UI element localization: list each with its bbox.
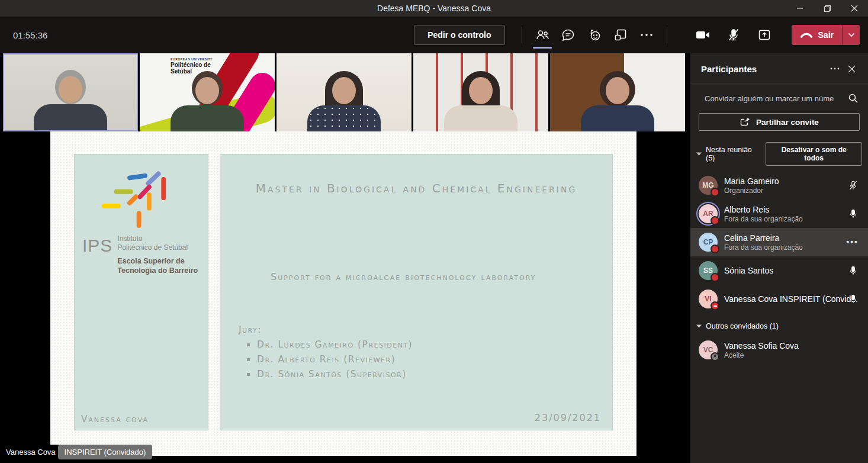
meeting-timer: 01:55:36 <box>13 30 47 40</box>
participants-panel: Participantes Partilhar convite <box>690 53 868 463</box>
share-invite-label: Partilhar convite <box>756 118 819 127</box>
participant-mic-on[interactable] <box>848 208 859 220</box>
raise-hand-reaction-icon <box>587 28 602 41</box>
chevron-down-icon <box>848 33 855 37</box>
maximize-button[interactable] <box>814 0 841 17</box>
toolbar-center: Pedir o controlo <box>414 22 674 47</box>
ips-logo-text: IPS Instituto Politécnico de Setúbal Esc… <box>74 234 208 275</box>
participant-subtitle: Fora da sua organização <box>724 243 803 252</box>
slide-author: Vanessa cova <box>81 414 149 425</box>
toolbar-divider <box>667 27 667 43</box>
toolbar-right: Sair <box>690 22 860 47</box>
avatar: VI <box>699 290 718 308</box>
leave-options-button[interactable] <box>842 25 860 45</box>
participants-panel-header: Participantes <box>690 53 868 83</box>
presence-busy-badge <box>711 216 719 225</box>
participant-more-button[interactable]: ••• <box>846 237 859 247</box>
participant-video-silhouette <box>160 70 255 131</box>
participant-video-silhouette <box>23 69 118 130</box>
bullet-square <box>247 373 250 376</box>
close-icon <box>848 65 856 73</box>
bullet-square <box>247 343 250 346</box>
participant-row[interactable]: VC Vanessa Sofia Cova Aceite <box>690 336 868 364</box>
presenter-name-overlay: Vanessa Cova INSPIREIT (Convidado) <box>0 445 152 459</box>
window-controls <box>786 0 868 17</box>
jury-member: Dr. Alberto Reis (Reviewer) <box>257 354 396 365</box>
slide-date: 23/09/2021 <box>535 412 601 423</box>
slide-left-panel: IPS Instituto Politécnico de Setúbal Esc… <box>74 154 208 430</box>
meeting-stage: EUROPEAN UNIVERSITY Politécnico de Setúb… <box>0 53 690 463</box>
jury-member: Dr. Lurdes Gameiro (President) <box>257 339 413 350</box>
invite-row <box>690 83 868 108</box>
presenter-name: Vanessa Cova <box>0 445 59 459</box>
share-screen-button[interactable] <box>751 22 777 47</box>
ips-acronym: IPS <box>82 237 112 255</box>
ips-logo-icon <box>99 163 176 233</box>
people-icon <box>535 28 549 41</box>
more-icon: ••• <box>846 237 859 247</box>
participants-toggle-button[interactable] <box>529 22 555 47</box>
participant-mic-on[interactable] <box>848 293 859 305</box>
invite-input[interactable] <box>703 94 848 104</box>
chevron-down-icon <box>696 152 702 156</box>
participant-mic-muted[interactable] <box>848 179 859 191</box>
mic-on-icon <box>848 293 859 305</box>
slide-subtitle: Support for a microalgae biotechnology l… <box>271 271 536 282</box>
avatar: MG <box>699 176 718 195</box>
camera-on-icon <box>695 30 711 40</box>
minimize-button[interactable] <box>786 0 814 17</box>
presence-dnd-badge <box>711 301 719 310</box>
presence-busy-badge <box>711 273 719 282</box>
participant-video-silhouette <box>433 70 528 131</box>
jury-member: Dr. Sónia Santos (Supervisor) <box>257 369 407 380</box>
participant-row[interactable]: SS Sónia Santos <box>690 256 868 285</box>
panel-more-button[interactable] <box>827 62 843 75</box>
restore-icon <box>824 5 831 12</box>
video-tile[interactable] <box>277 53 412 131</box>
participant-row[interactable]: MG Maria Gameiro Organizador <box>690 171 868 200</box>
video-filmstrip: EUROPEAN UNIVERSITY Politécnico de Setúb… <box>0 53 690 131</box>
toolbar-divider <box>522 27 522 43</box>
window-title: Defesa MEBQ - Vanessa Cova <box>377 4 491 13</box>
chat-button[interactable] <box>555 22 581 47</box>
participant-row[interactable]: VI Vanessa Cova INSPIREIT (Convid... <box>690 285 868 313</box>
participant-name: Vanessa Sofia Cova <box>724 341 799 351</box>
request-control-button[interactable]: Pedir o controlo <box>414 25 504 45</box>
breakout-rooms-button[interactable] <box>607 22 634 47</box>
close-icon <box>851 5 858 12</box>
close-button[interactable] <box>841 0 868 17</box>
participant-mic-on[interactable] <box>848 265 859 276</box>
video-tile[interactable] <box>413 53 548 131</box>
reactions-button[interactable] <box>581 22 607 47</box>
participant-name: Alberto Reis <box>724 205 803 214</box>
participant-video-silhouette <box>570 70 665 131</box>
share-invite-button[interactable]: Partilhar convite <box>699 113 860 131</box>
mic-muted-button[interactable] <box>721 22 747 47</box>
section-in-meeting[interactable]: Nesta reunião (5) Desativar o som de tod… <box>690 137 868 171</box>
more-icon <box>640 33 653 37</box>
participant-subtitle: Fora da sua organização <box>724 215 803 223</box>
presence-busy-badge <box>711 245 719 253</box>
participant-row[interactable]: AR Alberto Reis Fora da sua organização <box>690 200 868 228</box>
presenter-guest-badge: INSPIREIT (Convidado) <box>58 445 153 459</box>
section-in-meeting-label: Nesta reunião (5) <box>706 146 761 162</box>
panel-close-button[interactable] <box>843 62 860 75</box>
hangup-icon <box>800 32 813 38</box>
video-tile-virtual-background[interactable]: EUROPEAN UNIVERSITY Politécnico de Setúb… <box>140 53 275 131</box>
section-other-invitees[interactable]: Outros convidados (1) <box>690 317 868 336</box>
avatar: SS <box>699 261 718 280</box>
video-tile[interactable] <box>550 53 685 131</box>
participants-panel-title: Participantes <box>701 64 827 74</box>
more-actions-button[interactable] <box>634 22 660 47</box>
participant-name: Maria Gameiro <box>724 176 779 186</box>
mute-all-button[interactable]: Desativar o som de todos <box>766 142 862 166</box>
video-tile-speaking[interactable] <box>3 53 138 131</box>
leave-split-button: Sair <box>792 25 860 45</box>
camera-button[interactable] <box>690 22 716 47</box>
leave-button[interactable]: Sair <box>792 25 842 45</box>
avatar: VC <box>699 340 718 359</box>
participant-row-highlighted[interactable]: CP Celina Parreira Fora da sua organizaç… <box>690 228 868 256</box>
breakout-rooms-icon <box>614 28 627 41</box>
search-icon[interactable] <box>848 93 859 104</box>
slide-jury-list: Jury: Dr. Lurdes Gameiro (President) Dr.… <box>239 324 413 380</box>
